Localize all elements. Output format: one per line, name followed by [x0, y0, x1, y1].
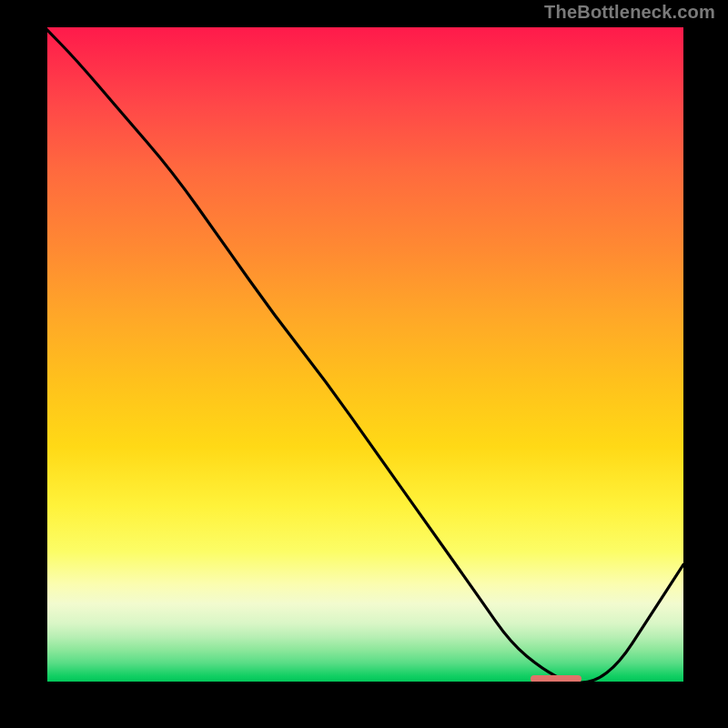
- x-axis: [45, 682, 683, 684]
- attribution-text: TheBottleneck.com: [544, 2, 715, 23]
- chart-frame: TheBottleneck.com: [0, 0, 728, 728]
- y-axis: [45, 27, 47, 682]
- plot-area: [45, 27, 683, 682]
- bottleneck-curve: [45, 27, 683, 682]
